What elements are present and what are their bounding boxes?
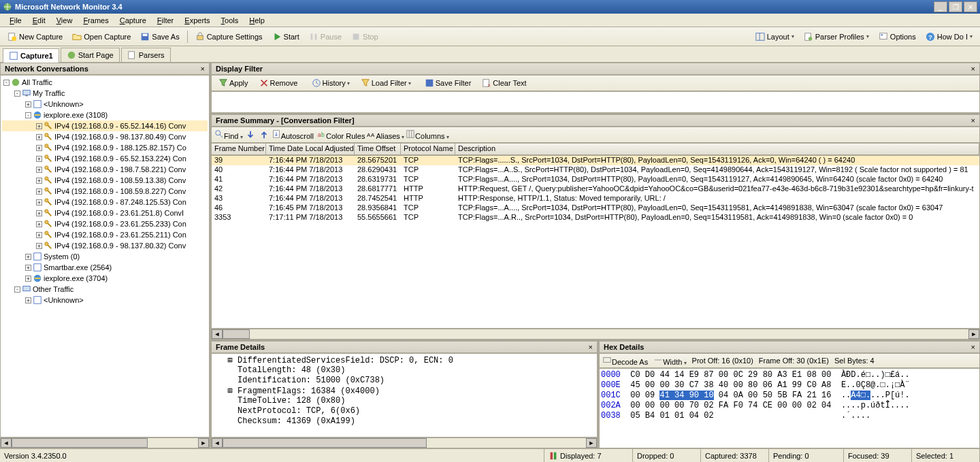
menu-filter[interactable]: Filter [152,15,179,26]
tree-ipv4-conv[interactable]: IPv4 (192.168.0.9 - 108.59.8.227) Conv [54,187,186,195]
tree-unknown[interactable]: <Unknown> [44,100,84,108]
collapse-icon[interactable]: - [25,112,31,118]
tree-ipv4-conv[interactable]: IPv4 (192.168.0.9 - 87.248.125.53) Con [54,198,186,206]
parser-profiles-button[interactable]: Parser Profiles [800,31,873,43]
clear-text-button[interactable]: Clear Text [478,77,530,89]
maximize-button[interactable]: ❐ [949,1,962,12]
expand-icon[interactable]: + [25,297,31,303]
collapse-icon[interactable]: - [14,90,20,97]
expand-icon[interactable]: + [36,123,42,129]
expand-icon[interactable]: + [25,254,31,260]
save-filter-button[interactable]: Save Filter [421,77,476,89]
tree-ipv4-conv[interactable]: IPv4 (192.168.0.9 - 188.125.82.157) Co [54,144,186,152]
find-button[interactable]: Find [214,129,243,140]
tree-other-traffic[interactable]: Other Traffic [33,285,74,293]
details-scrollbar[interactable]: ◄► [211,438,598,448]
minimize-button[interactable]: _ [934,1,947,12]
decode-as-button[interactable]: Decode As [602,355,648,366]
tree-ipv4-conv[interactable]: IPv4 (192.168.0.9 - 23.61.251.8) ConvI [54,209,184,217]
tree-unknown-other[interactable]: <Unknown> [44,296,84,304]
tree-ipv4-conv[interactable]: IPv4 (192.168.0.9 - 65.52.144.16) Conv [54,122,186,130]
conversations-close-icon[interactable]: × [201,65,205,73]
open-capture-button[interactable]: Open Capture [68,31,135,43]
detail-line[interactable]: FragmentFlags: 16384 (0x4000) [238,386,380,396]
table-row[interactable]: 427:16:44 PM 7/18/201328.6817771HTTPHTTP… [212,184,979,194]
expand-icon[interactable]: + [36,210,42,216]
layout-button[interactable]: Layout [751,31,798,43]
tree-ipv4-conv[interactable]: IPv4 (192.168.0.9 - 65.52.153.224) Con [54,154,186,163]
aliases-button[interactable]: AAAliases [366,129,404,140]
tree-ipv4-conv[interactable]: IPv4 (192.168.0.9 - 98.137.80.49) Conv [54,133,186,141]
expand-icon[interactable]: + [36,232,42,238]
expand-icon[interactable]: + [36,178,42,184]
table-row[interactable]: 407:16:44 PM 7/18/201328.6290431TCPTCP:F… [212,165,979,175]
table-row[interactable]: 417:16:44 PM 7/18/201328.6319731TCPTCP:F… [212,175,979,184]
tree-ipv4-conv[interactable]: IPv4 (192.168.0.9 - 198.7.58.221) Conv [54,165,186,174]
detail-line[interactable]: Identification: 51000 (0xC738) [238,376,385,385]
hex-view[interactable]: 0000 C0 D0 44 14 E9 87 00 0C 29 80 A3 E1… [599,368,980,448]
detail-line[interactable]: NextProtocol: TCP, 6(0x6) [238,406,360,416]
expand-icon[interactable]: + [36,221,42,227]
history-button[interactable]: History [308,77,354,89]
tree-system[interactable]: System (0) [44,252,80,261]
pause-button[interactable]: Pause [305,31,346,43]
detail-line[interactable]: TimeToLive: 128 (0x80) [238,396,345,406]
menu-capture[interactable]: Capture [114,15,152,26]
detail-line[interactable]: TotalLength: 48 (0x30) [238,365,345,375]
col-description[interactable]: Description [455,144,979,154]
tree-ipv4-conv[interactable]: IPv4 (192.168.0.9 - 23.61.255.211) Con [54,231,186,239]
tree-my-traffic[interactable]: My Traffic [33,89,65,97]
expand-icon[interactable]: + [36,156,42,162]
frame-details-tree[interactable]: ⊞ DifferentiatedServicesField: DSCP: 0, … [211,353,598,438]
expand-icon[interactable]: + [25,101,31,108]
help-button[interactable]: ?How Do I [921,31,977,43]
filter-close-icon[interactable]: × [971,65,975,73]
col-time-date[interactable]: Time Date Local Adjusted [266,144,355,154]
columns-button[interactable]: Columns [406,129,449,140]
conversations-tree[interactable]: -All Traffic -My Traffic +<Unknown> -iex… [0,75,210,438]
width-button[interactable]: Width [653,355,686,366]
col-time-offset[interactable]: Time Offset [355,144,401,154]
options-button[interactable]: Options [875,31,920,43]
tree-ipv4-conv[interactable]: IPv4 (192.168.0.9 - 98.137.80.32) Conv [54,242,186,250]
detail-line[interactable]: DifferentiatedServicesField: DSCP: 0, EC… [238,356,453,365]
arrow-up-icon[interactable] [259,130,269,139]
table-row[interactable]: 33537:17:11 PM 7/18/201355.5655661TCPTCP… [212,213,979,222]
col-frame-number[interactable]: Frame Number [212,144,266,154]
expand-icon[interactable]: + [36,145,42,151]
table-row[interactable]: 397:16:44 PM 7/18/201328.5675201TCPTCP:F… [212,156,979,165]
tree-iexplore-3108[interactable]: iexplore.exe (3108) [44,111,108,119]
menu-edit[interactable]: Edit [27,15,51,26]
load-filter-button[interactable]: Load Filter [357,77,415,89]
filter-input[interactable] [211,91,980,113]
details-close-icon[interactable]: × [589,343,593,351]
tab-parsers[interactable]: Parsers [121,48,171,62]
tree-ipv4-conv[interactable]: IPv4 (192.168.0.9 - 23.61.255.233) Con [54,220,186,228]
start-button[interactable]: Start [268,31,304,43]
arrow-down-icon[interactable] [246,130,255,139]
menu-tools[interactable]: Tools [216,15,244,26]
autoscroll-button[interactable]: Autoscroll [272,129,314,140]
summary-close-icon[interactable]: × [971,116,975,125]
col-protocol[interactable]: Protocol Name [401,144,455,154]
collapse-icon[interactable]: - [14,286,20,293]
close-button[interactable]: ✕ [964,1,977,12]
summary-scrollbar[interactable]: ◄► [211,329,980,340]
table-row[interactable]: 467:16:45 PM 7/18/201328.9356841TCPTCP:F… [212,203,979,213]
tree-smartbar[interactable]: Smartbar.exe (2564) [44,263,112,271]
color-rules-button[interactable]: abColor Rules [316,129,365,140]
apply-filter-button[interactable]: Apply [214,77,252,89]
expand-icon[interactable]: + [36,188,42,195]
tab-capture1[interactable]: Capture1 [3,48,59,63]
menu-help[interactable]: Help [244,15,270,26]
menu-frames[interactable]: Frames [78,15,114,26]
tree-scrollbar[interactable]: ◄► [0,438,210,448]
menu-file[interactable]: File [4,15,27,26]
expand-icon[interactable]: + [25,276,31,282]
capture-settings-button[interactable]: Capture Settings [191,31,267,43]
expand-icon[interactable]: + [25,265,31,271]
summary-grid[interactable]: 397:16:44 PM 7/18/201328.5675201TCPTCP:F… [211,155,980,329]
remove-filter-button[interactable]: Remove [255,77,302,89]
tree-all-traffic[interactable]: All Traffic [22,78,52,86]
collapse-icon[interactable]: - [3,80,10,86]
